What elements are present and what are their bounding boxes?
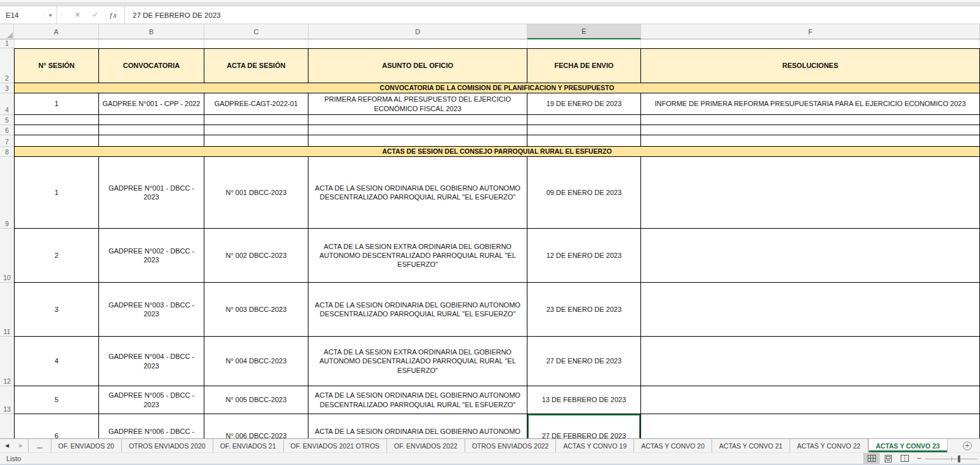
cell-c9[interactable]: N° 001 DBCC-2023	[204, 157, 308, 229]
cell-e5[interactable]	[527, 115, 641, 125]
cell-b4[interactable]: GADPREE N°001 - CPP - 2022	[99, 93, 204, 115]
zoom-slider[interactable]	[925, 453, 977, 464]
sheet-tab-of-enviados-21[interactable]: OF. ENVIADOS 21	[213, 439, 284, 452]
cell-e12[interactable]: 27 DE ENERO DE 2023	[527, 337, 641, 386]
header-cell-convocatoria[interactable]: CONVOCATORIA	[99, 48, 204, 83]
row-header-14[interactable]: 14	[0, 414, 14, 438]
sheet-tab-overflow[interactable]: ...	[28, 439, 51, 452]
cell-b5[interactable]	[99, 115, 204, 125]
sheet-tab-actas-y-convo-21[interactable]: ACTAS Y CONVO 21	[712, 439, 790, 452]
cell-e9[interactable]: 09 DE ENERO DE 2023	[527, 157, 641, 229]
section-banner-actas[interactable]: ACTAS DE SESION DEL CONSEJO PARROQUIAL R…	[14, 147, 980, 157]
cell-e13[interactable]: 13 DE FEBRERO DE 2023	[527, 386, 641, 414]
cell-e4[interactable]: 19 DE ENERO DE 2023	[527, 93, 641, 115]
cell-c7[interactable]	[204, 135, 308, 147]
cell-d5[interactable]	[308, 115, 527, 125]
cell-d12[interactable]: ACTA DE LA SESION EXTRA ORDINARIA DEL GO…	[308, 337, 527, 386]
row-header-13[interactable]: 13	[0, 386, 14, 414]
column-header-b[interactable]: B	[99, 24, 204, 39]
zoom-out-icon[interactable]: −	[913, 454, 925, 463]
cell-f12[interactable]	[641, 337, 980, 386]
column-header-c[interactable]: C	[204, 24, 308, 39]
row-header-5[interactable]: 5	[0, 115, 14, 125]
cell-f1[interactable]	[641, 39, 980, 48]
row-header-4[interactable]: 4	[0, 93, 14, 115]
cell-d10[interactable]: ACTA DE LA SESION EXTRA ORDINARIA DEL GO…	[308, 229, 527, 283]
cell-a9[interactable]: 1	[14, 157, 99, 229]
cell-c6[interactable]	[204, 125, 308, 135]
cell-b14[interactable]: GADPREE N°006 - DBCC - 2023	[99, 414, 204, 438]
cell-d13[interactable]: ACTA DE LA SESION ORDINARIA DEL GOBIERNO…	[308, 386, 527, 414]
cell-e6[interactable]	[527, 125, 641, 135]
insert-function-icon[interactable]: ƒx	[104, 10, 122, 20]
cell-b10[interactable]: GADPREE N°002 - DBCC - 2023	[99, 229, 204, 283]
column-header-a[interactable]: A	[14, 24, 99, 39]
page-layout-view-button[interactable]	[880, 453, 896, 464]
column-header-e-selected[interactable]: E	[527, 24, 641, 39]
cell-d11[interactable]: ACTA DE LA SESION ORDINARIA DEL GOBIERNO…	[308, 283, 527, 337]
cell-c10[interactable]: N° 002 DBCC-2023	[204, 229, 308, 283]
cell-a14[interactable]: 6	[14, 414, 99, 438]
cell-f7[interactable]	[641, 135, 980, 147]
row-header-11[interactable]: 11	[0, 283, 14, 337]
header-cell-sesion[interactable]: N° SESIÓN	[14, 48, 99, 83]
zoom-slider-handle[interactable]	[958, 455, 960, 462]
select-all-button[interactable]	[0, 24, 14, 39]
cell-d4[interactable]: PRIMERA REFORMA AL PRESUPUESTO DEL EJERC…	[308, 93, 527, 115]
header-cell-fecha[interactable]: FECHA DE ENVIO	[527, 48, 641, 83]
new-sheet-button[interactable]: +	[955, 439, 980, 452]
cell-a7[interactable]	[14, 135, 99, 147]
cell-b7[interactable]	[99, 135, 204, 147]
cell-b13[interactable]: GADPREE N°005 - DBCC - 2023	[99, 386, 204, 414]
sheet-tab-of-enviados-2022[interactable]: OF. ENVIADOS 2022	[387, 439, 465, 452]
page-break-view-button[interactable]	[896, 453, 913, 464]
row-header-1[interactable]: 1	[0, 39, 14, 48]
cell-c11[interactable]: N° 003 DBCC-2023	[204, 283, 308, 337]
section-banner-convocatoria[interactable]: CONVOCATORIA DE LA COMISION DE PLANIFICA…	[14, 83, 980, 93]
cell-f10[interactable]	[641, 229, 980, 283]
cell-b12[interactable]: GADPREE N°004 - DBCC - 2023	[99, 337, 204, 386]
cell-d7[interactable]	[308, 135, 527, 147]
cell-d9[interactable]: ACTA DE LA SESION ORDINARIA DEL GOBIERNO…	[308, 157, 527, 229]
cell-b11[interactable]: GADPREE N°003 - DBCC - 2023	[99, 283, 204, 337]
sheet-tab-actas-y-convo-19[interactable]: ACTAS Y CONVO 19	[556, 439, 634, 452]
name-box-dropdown-icon[interactable]: ▾	[44, 12, 56, 18]
cell-c5[interactable]	[204, 115, 308, 125]
row-header-3[interactable]: 3	[0, 83, 14, 93]
cell-e10[interactable]: 12 DE ENERO DE 2023	[527, 229, 641, 283]
row-header-8[interactable]: 8	[0, 147, 14, 157]
sheet-tab-of-enviados-2021-otros[interactable]: OF. ENVIADOS 2021 OTROS	[284, 439, 387, 452]
cell-f9[interactable]	[641, 157, 980, 229]
cell-d1[interactable]	[308, 39, 527, 48]
cell-e7[interactable]	[527, 135, 641, 147]
cell-a4[interactable]: 1	[14, 93, 99, 115]
sheet-prev-icon[interactable]: ◀	[0, 439, 14, 452]
name-box[interactable]: E14 ▾	[0, 6, 57, 24]
cell-e11[interactable]: 23 DE ENERO DE 2023	[527, 283, 641, 337]
cell-a13[interactable]: 5	[14, 386, 99, 414]
cell-e14-selected[interactable]: 27 DE FEBRERO DE 2023	[527, 414, 641, 438]
formula-input[interactable]: 27 DE FEBRERO DE 2023	[125, 6, 980, 24]
cell-f14[interactable]	[641, 414, 980, 438]
cell-f11[interactable]	[641, 283, 980, 337]
sheet-tab-actas-y-convo-23-active[interactable]: ACTAS Y CONVO 23	[868, 439, 948, 452]
cell-d6[interactable]	[308, 125, 527, 135]
cell-e1[interactable]	[527, 39, 641, 48]
cell-f6[interactable]	[641, 125, 980, 135]
row-header-2[interactable]: 2	[0, 48, 14, 83]
row-header-10[interactable]: 10	[0, 229, 14, 283]
header-cell-resoluciones[interactable]: RESOLUCIONES	[641, 48, 980, 83]
sheet-tab-otros-enviados-2020[interactable]: OTROS ENVIADOS 2020	[122, 439, 213, 452]
cell-c4[interactable]: GADPREE-CAGT-2022-01	[204, 93, 308, 115]
cell-reference[interactable]: E14	[0, 11, 44, 19]
cell-f13[interactable]	[641, 386, 980, 414]
row-header-7[interactable]: 7	[0, 135, 14, 147]
cell-d14[interactable]: ACTA DE LA SESION ORDINARIA DEL GOBIERNO…	[308, 414, 527, 438]
column-header-d[interactable]: D	[308, 24, 527, 39]
header-cell-asunto[interactable]: ASUNTO DEL OFICIO	[308, 48, 527, 83]
normal-view-button[interactable]	[863, 453, 880, 464]
cancel-icon[interactable]: ✕	[69, 11, 86, 19]
row-header-6[interactable]: 6	[0, 125, 14, 135]
cell-a12[interactable]: 4	[14, 337, 99, 386]
cell-b9[interactable]: GADPREE N°001 - DBCC - 2023	[99, 157, 204, 229]
